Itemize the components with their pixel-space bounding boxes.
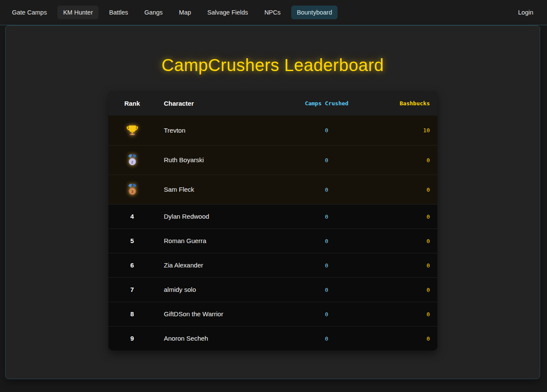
table-row: 6 Zia Alexander 0 0 (108, 253, 437, 277)
character-name: Roman Guerra (164, 237, 206, 244)
bronze-medal-icon: 3 (126, 183, 139, 196)
character-name: Trevton (164, 127, 185, 134)
camps-crushed-value: 0 (290, 238, 364, 244)
character-name: Ruth Boyarski (164, 156, 204, 163)
bashbucks-value: 0 (364, 311, 437, 318)
rank-cell: 6 (108, 261, 156, 269)
camps-crushed-value: 0 (290, 287, 364, 293)
page-title: CampCrushers Leaderboard (6, 56, 540, 75)
column-header-bashbucks: Bashbucks (364, 100, 437, 107)
login-link[interactable]: Login (516, 6, 536, 19)
table-row: 7 almidy solo 0 0 (108, 277, 437, 302)
character-name: Sam Fleck (164, 186, 194, 193)
rank-number: 8 (130, 310, 134, 318)
table-row: 2 Ruth Boyarski 0 0 (108, 145, 437, 175)
character-name: almidy solo (164, 286, 196, 293)
table-row: 9 Anoron Secheh 0 0 (108, 326, 437, 350)
trophy-icon (126, 124, 139, 137)
bashbucks-value: 0 (364, 287, 437, 293)
rank-cell: 4 (108, 213, 156, 220)
leaderboard-body: Trevton 0 10 2 Ruth Boyarski 0 0 3 Sam F… (108, 116, 437, 350)
rank-cell: 7 (108, 286, 156, 294)
rank-cell: 2 (108, 154, 156, 166)
rank-cell (108, 124, 156, 137)
nav-item-map[interactable]: Map (173, 6, 197, 19)
nav-item-npcs[interactable]: NPCs (259, 6, 286, 19)
leaderboard-header-row: Rank Character Camps Crushed Bashbucks (108, 91, 437, 116)
character-name: Zia Alexander (164, 261, 203, 269)
rank-number: 4 (130, 213, 134, 220)
rank-number: 9 (130, 335, 134, 342)
table-row: 3 Sam Fleck 0 0 (108, 175, 437, 204)
top-navbar: Gate CampsKM HunterBattlesGangsMapSalvag… (0, 0, 547, 25)
rank-cell: 9 (108, 335, 156, 342)
nav-item-km-hunter[interactable]: KM Hunter (57, 6, 98, 19)
table-row: 4 Dylan Redwood 0 0 (108, 204, 437, 229)
svg-text:2: 2 (131, 160, 133, 164)
rank-number: 5 (130, 237, 134, 244)
nav-item-gate-camps[interactable]: Gate Camps (6, 6, 52, 19)
nav-items: Gate CampsKM HunterBattlesGangsMapSalvag… (6, 6, 343, 19)
leaderboard-table: Rank Character Camps Crushed Bashbucks T… (108, 91, 437, 350)
character-name: Anoron Secheh (164, 335, 208, 342)
nav-item-bountyboard[interactable]: Bountyboard (291, 6, 338, 19)
rank-cell: 5 (108, 237, 156, 245)
table-row: Trevton 0 10 (108, 116, 437, 145)
nav-item-gangs[interactable]: Gangs (139, 6, 168, 19)
camps-crushed-value: 0 (290, 262, 364, 269)
bashbucks-value: 0 (364, 336, 437, 342)
column-header-character: Character (156, 100, 290, 107)
svg-text:3: 3 (131, 189, 133, 194)
camps-crushed-value: 0 (290, 127, 364, 134)
column-header-rank: Rank (108, 100, 156, 107)
nav-item-battles[interactable]: Battles (104, 6, 134, 19)
character-name: GiftDSon the Warrior (164, 310, 224, 318)
nav-item-salvage-fields[interactable]: Salvage Fields (202, 6, 254, 19)
content-panel: CampCrushers Leaderboard Rank Character … (5, 25, 540, 379)
bashbucks-value: 0 (364, 262, 437, 269)
camps-crushed-value: 0 (290, 214, 364, 220)
bashbucks-value: 0 (364, 214, 437, 220)
table-row: 5 Roman Guerra 0 0 (108, 229, 437, 253)
rank-cell: 8 (108, 310, 156, 318)
camps-crushed-value: 0 (290, 187, 364, 193)
camps-crushed-value: 0 (290, 336, 364, 342)
bashbucks-value: 0 (364, 238, 437, 244)
table-row: 8 GiftDSon the Warrior 0 0 (108, 302, 437, 326)
character-name: Dylan Redwood (164, 213, 209, 220)
bashbucks-value: 0 (364, 157, 437, 163)
rank-number: 7 (130, 286, 134, 293)
camps-crushed-value: 0 (290, 311, 364, 318)
column-header-camps-crushed: Camps Crushed (290, 100, 364, 107)
bashbucks-value: 0 (364, 187, 437, 193)
rank-number: 6 (130, 261, 134, 269)
silver-medal-icon: 2 (126, 154, 139, 166)
rank-cell: 3 (108, 183, 156, 196)
camps-crushed-value: 0 (290, 157, 364, 163)
bashbucks-value: 10 (364, 127, 437, 134)
